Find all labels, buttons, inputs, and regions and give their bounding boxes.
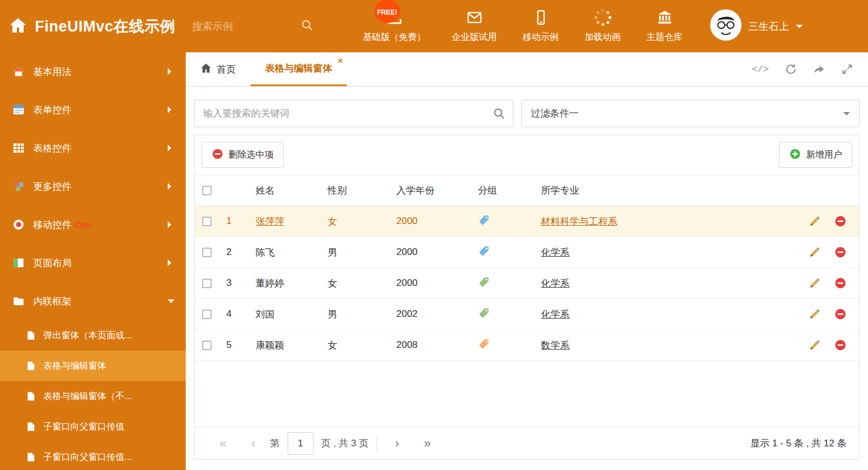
row-checkbox[interactable] <box>202 341 212 350</box>
major-link[interactable]: 化学系 <box>541 309 570 320</box>
table-icon <box>12 142 25 154</box>
tag-icon[interactable] <box>478 307 490 319</box>
tab-bar: 首页 表格与编辑窗体 × </> <box>186 52 868 87</box>
edit-icon[interactable] <box>808 277 821 289</box>
tab-grid-edit-window[interactable]: 表格与编辑窗体 × <box>250 52 347 86</box>
file-icon <box>26 422 36 432</box>
delete-icon[interactable] <box>834 215 847 227</box>
delete-icon[interactable] <box>834 246 847 258</box>
sidebar-subitem-grid-edit-window-2[interactable]: 表格与编辑窗体（不... <box>0 381 186 411</box>
tag-icon[interactable] <box>478 276 490 288</box>
record-summary: 显示 1 - 5 条 , 共 12 条 <box>750 437 847 450</box>
sidebar-item-page-layout[interactable]: 页面布局 <box>0 244 186 282</box>
nav-item-basic-free[interactable]: FREE! 基础版（免费） <box>353 7 436 46</box>
nav-item-mobile-demo[interactable]: 移动示例 <box>513 7 569 46</box>
edit-icon[interactable] <box>808 215 821 227</box>
sidebar-item-mobile-controls[interactable]: 移动控件 Corp. <box>0 205 186 244</box>
user-menu[interactable]: 三生石上 <box>710 9 803 43</box>
sidebar-subitem-label: 表格与编辑窗体（不... <box>43 391 132 402</box>
major-link[interactable]: 化学系 <box>541 278 570 289</box>
column-major: 所学专业 <box>541 184 796 197</box>
sidebar-item-label: 表单控件 <box>33 104 71 117</box>
chevron-down-icon <box>796 25 803 32</box>
table-row[interactable]: 3 董婷婷 女 2000 化学系 <box>195 268 859 299</box>
keyword-search <box>194 100 513 127</box>
next-page-icon[interactable]: › <box>383 436 411 451</box>
close-icon[interactable]: × <box>338 56 343 65</box>
row-name: 陈飞 <box>256 246 328 259</box>
row-name: 董婷婷 <box>256 277 328 290</box>
top-header: FineUIMvc在线示例 搜索示例 FREE! 基础版（免费） 企业版试用 <box>0 0 868 52</box>
row-name: 张萍萍 <box>256 215 328 228</box>
prev-page-icon[interactable]: ‹ <box>239 436 267 451</box>
chevron-down-icon <box>168 299 175 306</box>
tab-home[interactable]: 首页 <box>186 52 250 86</box>
sidebar-item-label: 基本用法 <box>33 65 71 78</box>
spinner-icon <box>594 9 611 28</box>
blocks-icon <box>12 180 25 193</box>
delete-icon[interactable] <box>834 277 847 289</box>
sidebar-item-more-controls[interactable]: 更多控件 <box>0 167 186 205</box>
sidebar-subitem-popup-window[interactable]: 弹出窗体（本页面或... <box>0 320 186 351</box>
tag-icon[interactable] <box>478 214 490 226</box>
search-icon[interactable] <box>493 107 505 122</box>
edit-icon[interactable] <box>808 246 821 258</box>
keyword-search-input[interactable] <box>194 100 513 127</box>
refresh-icon[interactable] <box>785 63 797 75</box>
row-gender: 女 <box>328 215 396 228</box>
tag-icon[interactable] <box>478 338 490 350</box>
search-icon[interactable] <box>301 19 314 34</box>
row-year: 2002 <box>396 308 478 320</box>
sidebar-subitem-label: 表格与编辑窗体 <box>43 360 106 372</box>
filter-dropdown[interactable]: 过滤条件一 <box>521 100 860 127</box>
bank-icon <box>656 9 673 28</box>
tab-label: 表格与编辑窗体 <box>265 62 332 75</box>
sidebar-subitem-grid-edit-window[interactable]: 表格与编辑窗体 <box>0 351 186 381</box>
last-page-icon[interactable]: » <box>411 436 443 451</box>
row-checkbox[interactable] <box>202 248 212 257</box>
nav-item-loading-animation[interactable]: 加载动画 <box>575 7 631 46</box>
edit-icon[interactable] <box>808 308 821 320</box>
row-gender: 男 <box>328 308 396 321</box>
edit-icon[interactable] <box>808 339 821 351</box>
sidebar-item-form-controls[interactable]: 表单控件 <box>0 91 186 129</box>
sidebar-item-basic-usage[interactable]: 基本用法 <box>0 52 186 91</box>
table-row[interactable]: 4 刘国 男 2002 化学系 <box>195 299 859 330</box>
nav-item-theme-repo[interactable]: 主题仓库 <box>637 7 693 46</box>
add-user-button[interactable]: 新增用户 <box>779 142 852 168</box>
row-checkbox[interactable] <box>202 310 212 319</box>
pagination-bar: « ‹ 第 页 , 共 3 页 › » 显示 1 - 5 条 , 共 12 条 <box>195 427 859 459</box>
sidebar-subitem-child-to-parent[interactable]: 子窗口向父窗口传值 <box>0 411 186 442</box>
expand-icon[interactable] <box>841 63 853 75</box>
sidebar-item-grid-controls[interactable]: 表格控件 <box>0 129 186 167</box>
sidebar-item-inline-frame[interactable]: 内联框架 <box>0 282 186 320</box>
major-link[interactable]: 材料科学与工程系 <box>541 216 618 227</box>
code-icon[interactable]: </> <box>751 64 769 75</box>
tab-label: 首页 <box>217 63 236 76</box>
tag-icon[interactable] <box>478 245 490 257</box>
sidebar-subitem-child-to-parent-2[interactable]: 子窗口向父窗口传值... <box>0 442 186 470</box>
table-row[interactable]: 5 康颖颖 女 2008 数学系 <box>195 330 859 361</box>
chevron-right-icon <box>168 221 175 228</box>
page-number-input[interactable] <box>288 432 314 455</box>
nav-label: 加载动画 <box>585 32 621 43</box>
nav-item-enterprise-trial[interactable]: 企业版试用 <box>442 7 507 46</box>
brand[interactable]: FineUIMvc在线示例 <box>0 16 176 37</box>
first-page-icon[interactable]: « <box>207 436 239 451</box>
delete-selected-button[interactable]: 删除选中项 <box>202 142 284 168</box>
row-index: 1 <box>223 216 256 227</box>
row-checkbox[interactable] <box>202 217 212 226</box>
delete-icon[interactable] <box>834 308 847 320</box>
major-link[interactable]: 数学系 <box>541 340 570 351</box>
share-icon[interactable] <box>813 63 825 75</box>
file-icon <box>26 452 36 462</box>
header-search[interactable]: 搜索示例 <box>193 19 314 34</box>
major-link[interactable]: 化学系 <box>541 247 570 258</box>
delete-icon[interactable] <box>834 339 847 351</box>
table-row[interactable]: 1 张萍萍 女 2000 材料科学与工程系 <box>195 206 859 237</box>
folder-icon <box>12 295 25 307</box>
row-checkbox[interactable] <box>202 279 212 288</box>
table-row[interactable]: 2 陈飞 男 2000 化学系 <box>195 237 859 268</box>
select-all-checkbox[interactable] <box>202 186 212 195</box>
page-suffix: 页 , 共 3 页 <box>321 437 369 450</box>
